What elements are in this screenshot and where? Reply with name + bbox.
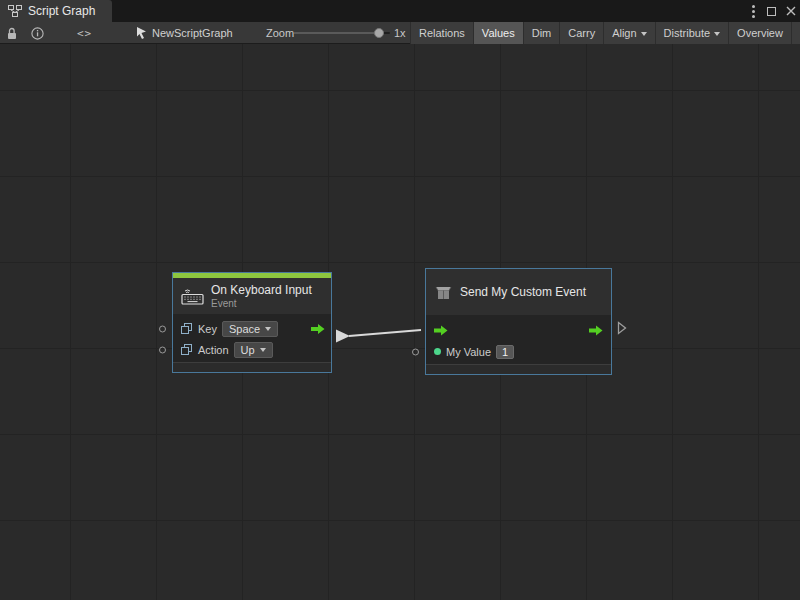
port-label: Action <box>198 344 229 356</box>
info-icon[interactable] <box>31 22 44 44</box>
toolbar-button-relations[interactable]: Relations <box>410 22 473 44</box>
zoom-label: Zoom <box>266 22 294 44</box>
node-header[interactable]: On Keyboard Input Event <box>173 278 331 314</box>
toolbar-button-label: Align <box>612 27 636 39</box>
node-title: Send My Custom Event <box>460 285 586 299</box>
zoom-slider-handle[interactable] <box>374 28 384 38</box>
zoom-value: 1x <box>394 22 406 44</box>
menu-icon[interactable] <box>750 3 757 20</box>
chevron-down-icon <box>641 32 647 36</box>
output-flow-port[interactable] <box>589 325 603 336</box>
close-icon[interactable] <box>786 6 796 16</box>
toolbar-button-align[interactable]: Align <box>603 22 654 44</box>
output-flow-port[interactable] <box>311 323 325 334</box>
code-view-icon[interactable]: <> <box>77 22 92 44</box>
action-dropdown[interactable]: Up <box>234 342 273 358</box>
node-header[interactable]: Send My Custom Event <box>426 269 611 315</box>
node-title: On Keyboard Input <box>211 283 312 297</box>
graph-breadcrumb[interactable]: NewScriptGraph <box>136 22 233 44</box>
tab-title: Script Graph <box>28 4 95 18</box>
toolbar-button-overview[interactable]: Overview <box>728 22 791 44</box>
script-graph-window: Script Graph <> <box>0 0 800 600</box>
chevron-down-icon <box>714 32 720 36</box>
node-header-text: On Keyboard Input Event <box>211 283 312 309</box>
connection-wire <box>0 44 800 600</box>
chevron-down-icon <box>265 327 271 331</box>
port-label: My Value <box>446 346 491 358</box>
toolbar-button-label: Values <box>482 27 515 39</box>
toolbar-button-group: Relations Values Dim Carry Align Distrib… <box>410 22 800 44</box>
zoom-slider-track[interactable] <box>294 32 390 34</box>
port-row-key: Key Space <box>173 318 331 339</box>
maximize-icon[interactable] <box>767 7 776 16</box>
toolbar-button-label: Overview <box>737 27 783 39</box>
graph-toolbar: <> NewScriptGraph Zoom 1x Relations Valu… <box>0 22 800 44</box>
pointer-icon <box>136 27 147 39</box>
key-dropdown[interactable]: Space <box>222 321 278 337</box>
custom-event-icon <box>434 284 453 301</box>
toolbar-button-carry[interactable]: Carry <box>559 22 603 44</box>
toolbar-button-values[interactable]: Values <box>473 22 523 44</box>
window-controls <box>750 0 796 22</box>
toolbar-button-dim[interactable]: Dim <box>523 22 560 44</box>
lock-icon[interactable] <box>6 22 18 44</box>
value-dot-icon <box>434 348 441 355</box>
my-value-input[interactable]: 1 <box>496 345 514 359</box>
tab-bar: Script Graph <box>0 0 800 22</box>
dropdown-value: Space <box>229 323 260 335</box>
port-label: Key <box>198 323 217 335</box>
toolbar-button-label: Carry <box>568 27 595 39</box>
port-row-action: Action Up <box>173 339 331 360</box>
value-type-icon <box>181 344 193 356</box>
node-subtitle: Event <box>211 298 312 309</box>
toolbar-button-label: Dim <box>532 27 552 39</box>
node-on-keyboard-input[interactable]: On Keyboard Input Event Key Space <box>172 272 332 373</box>
script-graph-icon <box>8 5 22 17</box>
node-send-my-custom-event[interactable]: Send My Custom Event <box>425 268 612 375</box>
value-type-icon <box>181 323 193 335</box>
zoom-slider-fill <box>294 32 378 34</box>
unconnected-flow-arrow-icon[interactable] <box>617 321 627 339</box>
toolbar-button-label: Relations <box>419 27 465 39</box>
dropdown-value: Up <box>241 344 255 356</box>
tab-script-graph[interactable]: Script Graph <box>0 0 112 22</box>
graph-name: NewScriptGraph <box>152 27 233 39</box>
toolbar-button-distribute[interactable]: Distribute <box>655 22 728 44</box>
keyboard-icon <box>181 288 204 305</box>
chevron-down-icon <box>260 348 266 352</box>
toolbar-button-fullscreen[interactable]: Full S <box>791 22 800 44</box>
flow-row <box>426 319 611 341</box>
node-footer <box>173 362 331 372</box>
port-row-my-value: My Value 1 <box>426 341 611 362</box>
zoom-slider[interactable] <box>294 22 390 44</box>
input-port-key[interactable] <box>159 325 166 332</box>
node-body: Key Space <box>173 314 331 362</box>
input-port-action[interactable] <box>159 346 166 353</box>
input-port-my-value[interactable] <box>412 348 419 355</box>
input-flow-port[interactable] <box>434 325 448 336</box>
node-body: My Value 1 <box>426 315 611 364</box>
toolbar-button-label: Distribute <box>664 27 710 39</box>
graph-canvas[interactable]: On Keyboard Input Event Key Space <box>0 44 800 600</box>
node-footer <box>426 364 611 374</box>
